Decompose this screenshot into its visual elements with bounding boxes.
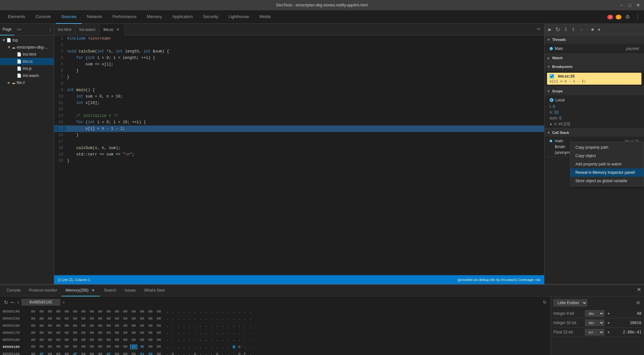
bp-checkbox[interactable]	[550, 74, 554, 79]
mem-prop-label-int8: Integer 8-bit	[553, 311, 582, 316]
tab-security[interactable]: Security	[198, 10, 223, 24]
tab-console[interactable]: Console	[30, 10, 56, 24]
mem-byte-highlighted[interactable]: 30	[130, 345, 137, 349]
tab-elements[interactable]: Elements	[3, 10, 30, 24]
debug-sep1	[587, 26, 587, 33]
maximize-btn[interactable]: □	[627, 2, 633, 8]
filetree-tab-page[interactable]: Page	[0, 24, 14, 35]
ctx-reveal-memory[interactable]: Reveal in Memory Inspector panel!	[570, 168, 644, 177]
code-scroll-area[interactable]: 1 #include <iostream> 2 3 void calcSum(i…	[54, 35, 544, 275]
memory-refresh-btn[interactable]: ↻	[543, 300, 547, 305]
step-over-btn[interactable]: ↻	[554, 25, 562, 34]
step-into-btn[interactable]: ↧	[563, 26, 569, 33]
scope-local-row[interactable]: L Local	[544, 97, 644, 104]
thread-main-row: Main paused	[544, 45, 644, 52]
editor-toggle-icon[interactable]: ↷	[533, 26, 544, 33]
bottom-tab-search[interactable]: Search	[100, 285, 120, 296]
memory-hex-view[interactable]: ↻ ↼ ‹ 0x0050519C › ↻ 00505140 00000000 0…	[0, 296, 551, 355]
activate-bp-btn[interactable]: ■	[590, 26, 595, 33]
watch-arrow: ►	[547, 56, 550, 60]
toggle-source-btn[interactable]: ↷	[535, 26, 542, 33]
tab-application[interactable]: Application	[167, 10, 198, 24]
memory-redo-btn[interactable]: ↼	[11, 299, 15, 305]
titlebar: DevTools - emscripten-dbg-stories.netlif…	[0, 0, 644, 10]
scope-header[interactable]: ▼ Scope	[544, 87, 644, 95]
tab-memory[interactable]: Memory	[142, 10, 167, 24]
editor-tab-lmicc[interactable]: lmi.cc ✕	[100, 24, 125, 35]
tree-item-lmicc[interactable]: 📄 lmi.cc	[0, 58, 54, 65]
code-line-11: 11 int x[10];	[54, 100, 544, 106]
mem-prop-type-int8[interactable]: dec hex	[585, 310, 604, 317]
bottom-tab-console[interactable]: Console	[3, 285, 24, 296]
mem-chars-5: . . . . . . . . . . . . 0 N . .	[166, 345, 252, 349]
tree-item-file[interactable]: ► ☁ file://	[0, 79, 54, 86]
close-btn[interactable]: ✕	[635, 2, 641, 8]
tab-lighthouse[interactable]: Lighthouse	[223, 10, 254, 24]
ctx-store-global[interactable]: Store object as global variable	[570, 177, 644, 185]
scope-item-x[interactable]: ► x: int [10]	[544, 121, 644, 127]
window-controls[interactable]: − □ ✕	[618, 2, 641, 8]
thread-main-label: Main	[555, 46, 563, 51]
error-badge: 3	[607, 15, 613, 19]
memory-address-input[interactable]: 0x0050519C	[22, 299, 60, 305]
settings-icon[interactable]: ⚙	[624, 13, 631, 21]
mem-prop-type-float32[interactable]: sci dec	[585, 329, 604, 335]
bottom-tab-issues[interactable]: Issues	[121, 285, 140, 296]
tab-network[interactable]: Network	[82, 10, 108, 24]
breakpoints-label: Breakpoints	[552, 65, 573, 69]
threads-header[interactable]: ▼ Threads	[544, 35, 644, 44]
tab-media[interactable]: Media	[254, 10, 276, 24]
bottom-tab-whatsnew[interactable]: What's New	[140, 285, 168, 296]
tree-item-emscripten[interactable]: ▼ ☁ emscripten-dbg-...	[0, 44, 54, 51]
filetree-tab-more[interactable]: >>	[14, 24, 24, 35]
scope-val-i: 0	[553, 104, 555, 109]
ctx-copy-object[interactable]: Copy object	[570, 152, 644, 160]
mem-prop-type-int32[interactable]: dec hex	[585, 320, 604, 326]
ctx-add-watch[interactable]: Add property path to watch	[570, 160, 644, 168]
code-line-19: 19 std::cerr << sum << "\n";	[54, 151, 544, 158]
callstack-header[interactable]: ▼ Call Stack	[544, 128, 644, 137]
thread-dot-main	[550, 47, 553, 50]
step-out-btn[interactable]: ↥	[570, 26, 576, 33]
watch-header[interactable]: ► Watch	[544, 54, 644, 62]
mem-chars-6: . O . . . O . . . O . . . Q P .	[166, 352, 252, 355]
filetree-options-icon[interactable]: ⋮	[47, 26, 54, 33]
memory-settings-icon[interactable]: ⚙	[635, 299, 641, 306]
memory-undo-btn[interactable]: ↻	[4, 299, 8, 305]
mem-bytes-2: 00000000 00000000 00000000 00000000	[30, 324, 162, 328]
tree-item-lmihtml[interactable]: 📄 lmi.html	[0, 51, 54, 58]
ctx-copy-path[interactable]: Copy property path	[570, 143, 644, 152]
mem-prop-val-float32: 2.80e-41	[623, 330, 641, 334]
step-btn[interactable]: →	[578, 26, 584, 33]
memory-next-btn[interactable]: ›	[63, 299, 64, 305]
mem-prop-arrow-int8: ▼	[607, 312, 610, 315]
editor-tab-lmihtml[interactable]: lmi.html	[54, 24, 75, 35]
bottom-tab-protocol[interactable]: Protocol monitor	[25, 285, 61, 296]
bottom-tab-memory-inspector[interactable]: Memory(256) ✕	[62, 285, 99, 296]
tree-item-top[interactable]: ▼ 📄 top	[0, 37, 54, 44]
breakpoints-header[interactable]: ▼ Breakpoints	[544, 62, 644, 71]
resume-btn[interactable]: ▶	[547, 26, 553, 33]
code-line-8: 8	[54, 80, 544, 87]
breakpoint-item-1[interactable]: lmi.cc:15 x[i] = n - i - 1;	[547, 73, 641, 85]
tree-item-lmiwasm[interactable]: 📄 lmi.wasm	[0, 72, 54, 79]
minimize-btn[interactable]: −	[618, 2, 625, 8]
debug-toolbar: ▶ ↻ ↧ ↥ → ■ ●	[544, 24, 644, 35]
editor-tab-lmiwasm[interactable]: lmi.wasm	[75, 24, 100, 35]
memory-tab-close-icon[interactable]: ✕	[91, 288, 96, 293]
more-options-icon[interactable]: ⋮	[634, 13, 641, 21]
endian-select[interactable]: Little Endian Big Endian	[553, 299, 587, 306]
mem-addr-0: 00505140	[3, 310, 28, 313]
thread-main-info: Main	[550, 46, 563, 51]
mem-prop-label-float32: Float 32-bit	[553, 330, 582, 334]
code-line-17: 17	[54, 138, 544, 145]
bottom-panel-close-btn[interactable]: ✕	[637, 286, 641, 293]
editor-tab-close-lmicc[interactable]: ✕	[115, 27, 120, 32]
tab-performance[interactable]: Performance	[107, 10, 141, 24]
editor-coverage: (provided via debug info by lmi.wasm) Co…	[457, 278, 540, 282]
pause-on-exception-btn[interactable]: ●	[596, 26, 601, 33]
tree-item-lmijs[interactable]: 📄 lmi.js	[0, 65, 54, 72]
code-editor[interactable]: 1 #include <iostream> 2 3 void calcSum(i…	[54, 35, 544, 275]
memory-prev-btn[interactable]: ‹	[17, 299, 19, 305]
tab-sources[interactable]: Sources	[56, 10, 82, 24]
